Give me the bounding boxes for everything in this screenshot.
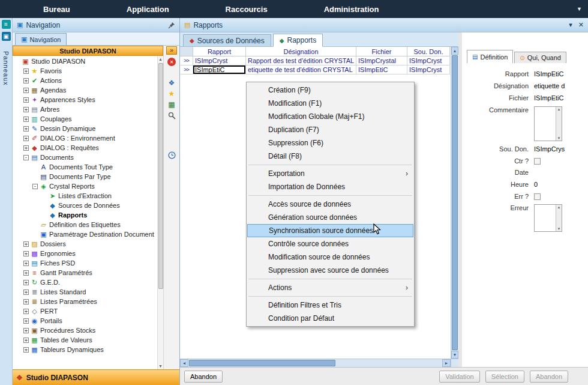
table-horizontal-scrollbar[interactable]: ◄ ► (180, 359, 451, 367)
menu-item-d-finition-filtres-et-tris[interactable]: Définition Filtres et Tris (247, 299, 414, 312)
arrow-up-icon[interactable]: ▲ (557, 205, 561, 209)
expand-icon[interactable]: + (23, 299, 29, 305)
expand-icon[interactable]: + (23, 241, 29, 247)
collapse-icon[interactable]: - (32, 184, 38, 189)
table-cell[interactable]: ISImpCryst (407, 56, 450, 65)
tree-item-sources-de-donn-es[interactable]: ◆Sources de Données (13, 201, 157, 210)
panel-toggle-icon-1[interactable]: ≡ (2, 20, 11, 29)
validation-button[interactable]: Validation (439, 371, 480, 383)
field-textarea[interactable]: ▲▼ (534, 204, 562, 232)
arrow-down-icon[interactable]: ▼ (557, 227, 561, 231)
tree-item-dossiers[interactable]: +▨Dossiers (13, 239, 157, 249)
tree-item-pert[interactable]: +◇PERT (13, 306, 157, 316)
tree-item-dessin-dynamique[interactable]: +✎Dessin Dynamique (13, 124, 157, 133)
menubar-item-application[interactable]: Application (98, 5, 197, 14)
h-scrollbar-track[interactable] (336, 359, 442, 367)
tree-item-dialog-requ-tes[interactable]: +◆DIALOG : Requêtes (13, 143, 157, 153)
column-header-sou-don[interactable]: Sou. Don. (407, 47, 450, 56)
tab-d-finition[interactable]: ▤Définition (467, 50, 513, 63)
expand-icon[interactable]: + (23, 136, 29, 141)
v-scrollbar-thumb[interactable] (452, 55, 458, 350)
panel-toggle-icon-2[interactable]: ▣ (2, 32, 11, 41)
panel-menu-chevron-icon[interactable]: ▾ (569, 21, 572, 29)
expand-icon[interactable]: + (23, 97, 29, 103)
field-textarea[interactable]: ▲▼ (534, 106, 562, 141)
textarea-scroll-arrows[interactable]: ▲▼ (556, 107, 562, 141)
tree-scrollbar[interactable]: ▲ ▼ (157, 56, 163, 369)
window-chevron-icon[interactable]: ▼ (577, 6, 582, 12)
menu-item-exportation[interactable]: Exportation› (247, 167, 414, 180)
table-cell[interactable]: etiquette de test d'édition CRYSTAL (246, 65, 356, 74)
tree-item-param-trage-destination-document[interactable]: ▣Paramétrage Destination Document (13, 229, 157, 239)
table-cell[interactable]: Rapport des test d'édition CRYSTAL (246, 56, 356, 65)
collapse-panel-button[interactable]: » (166, 46, 177, 55)
tree-item-actions[interactable]: +✔Actions (13, 76, 157, 85)
scroll-right-icon[interactable]: ► (442, 359, 451, 367)
tab-navigation[interactable]: ▣ Navigation (15, 33, 67, 45)
tree-item-agendas[interactable]: +▦Agendas (13, 85, 157, 95)
expand-icon[interactable]: + (23, 251, 29, 256)
nav-footer[interactable]: ❖ Studio DIAPASON (13, 369, 179, 385)
column-header-rapport[interactable]: Rapport (193, 47, 246, 56)
pin-icon[interactable] (168, 22, 175, 29)
row-marker[interactable]: >> (180, 56, 193, 65)
abandon-button[interactable]: Abandon (530, 371, 568, 383)
expand-icon[interactable]: + (23, 78, 29, 83)
scroll-down-icon[interactable]: ▼ (451, 351, 458, 359)
column-header-d-signation[interactable]: Désignation (246, 47, 356, 56)
menu-item-suppression-f6[interactable]: Suppression (F6) (247, 136, 414, 150)
menu-item-g-n-ration-source-donn-es[interactable]: Génération source données (247, 211, 414, 224)
expand-icon[interactable]: + (23, 145, 29, 151)
image-icon[interactable]: ▦ (167, 100, 177, 109)
menu-item-cr-ation-f9[interactable]: Création (F9) (247, 83, 414, 97)
menu-item-synchronisation-source-donn-es[interactable]: Synchronisation source données (247, 224, 413, 237)
expand-icon[interactable]: + (23, 126, 29, 132)
tree-item-documents-tout-type[interactable]: ADocuments Tout Type (13, 162, 157, 172)
tab-qui-quand[interactable]: ⊙Qui, Quand (514, 52, 566, 63)
tree-item-documents[interactable]: -▤Documents (13, 153, 157, 162)
tree-item-listes-d-extraction[interactable]: ➤Listes d'Extraction (13, 191, 157, 201)
s-lection-button[interactable]: Sélection (485, 371, 524, 383)
column-header-fichier[interactable]: Fichier (356, 47, 407, 56)
tree-item-documents-par-type[interactable]: ▤Documents Par Type (13, 172, 157, 181)
favorites-icon[interactable]: ★ (167, 89, 177, 99)
menu-item-condition-par-d-faut[interactable]: Condition par Défaut (247, 312, 414, 325)
tree-item-couplages[interactable]: +▥Couplages (13, 114, 157, 124)
arrow-down-icon[interactable]: ▼ (557, 136, 561, 140)
menu-item-modification-source-de-donn-es[interactable]: Modification source de données (247, 250, 414, 264)
menu-item-importation-de-donn-es[interactable]: Importation de Données (247, 180, 414, 193)
expand-icon[interactable]: + (23, 318, 29, 324)
tree-item-d-finition-des-etiquettes[interactable]: ▱Définition des Etiquettes (13, 220, 157, 229)
tab-rapports[interactable]: ◆Rapports (273, 34, 323, 47)
expand-icon[interactable]: + (23, 347, 29, 353)
tree-item-tableurs-dynamiques[interactable]: +▦Tableurs Dynamiques (13, 345, 157, 354)
table-cell[interactable]: ISImpCryst (407, 65, 450, 74)
menu-item-modification-f1[interactable]: Modification (F1) (247, 97, 414, 110)
history-icon[interactable] (167, 150, 177, 160)
expand-icon[interactable]: + (23, 309, 29, 314)
menubar-item-administration[interactable]: Administration (296, 5, 407, 14)
checkbox-ctr[interactable] (534, 158, 541, 165)
table-cell[interactable]: ISImpCryst (193, 56, 246, 65)
tree-item-rapports[interactable]: ◆Rapports (13, 210, 157, 220)
scroll-left-icon[interactable]: ◄ (180, 359, 188, 367)
scroll-up-icon[interactable]: ▲ (158, 56, 163, 62)
scroll-up-icon[interactable]: ▲ (451, 47, 458, 55)
tree-item-fiches-psd[interactable]: +▤Fiches PSD (13, 258, 157, 268)
tree-item-proc-dures-stocks[interactable]: +▣Procédures Stocks (13, 326, 157, 335)
expand-icon[interactable]: + (23, 328, 29, 333)
panneaux-label[interactable]: Panneaux (2, 51, 10, 86)
menu-item-suppression-avec-source-de-donn-es[interactable]: Suppression avec source de données (247, 264, 414, 277)
h-scrollbar-thumb[interactable] (189, 360, 335, 366)
checkbox-err[interactable] (534, 193, 541, 200)
tree-item-listes-standard[interactable]: +≣Listes Standard (13, 287, 157, 297)
tree-item-crystal-reports[interactable]: -◈Crystal Reports (13, 181, 157, 191)
tree-item-apparences-styles[interactable]: +✦Apparences Styles (13, 95, 157, 105)
search-icon[interactable] (167, 111, 177, 120)
tree-item-dialog-environnement[interactable]: +✐DIALOG : Environnement (13, 133, 157, 143)
tree-item-tables-de-valeurs[interactable]: +▦Tables de Valeurs (13, 335, 157, 345)
table-row[interactable]: >>ISImpEtiCetiquette de test d'édition C… (180, 65, 451, 74)
table-cell[interactable]: ISImpCrystal (356, 56, 407, 65)
menubar-item-bureau[interactable]: Bureau (0, 5, 98, 14)
tree-item-studio-diapason[interactable]: ▣Studio DIAPASON (13, 56, 157, 66)
